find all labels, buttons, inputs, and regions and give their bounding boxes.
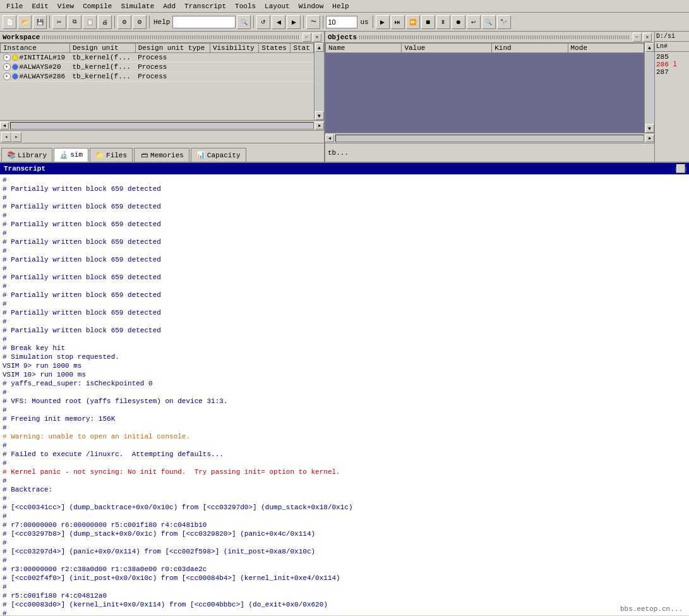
hscroll-right[interactable]: ► [315, 122, 324, 130]
design-unit-cell: tb_kernel(f... [70, 72, 136, 82]
transcript-line: # Simulation stop requested. [3, 353, 686, 361]
transcript-body[interactable]: ## Partially written block 659 detected#… [0, 174, 689, 615]
menu-compile[interactable]: Compile [79, 1, 116, 11]
menu-tools[interactable]: Tools [231, 1, 260, 11]
objects-table-area: Name Value Kind Mode [325, 43, 644, 133]
transcript-line: # [<cc002f4f0>] (init_post+0x0/0x10c) fr… [3, 574, 686, 583]
collapse-btn[interactable]: ◂ [1, 132, 11, 142]
instance-icon [12, 73, 18, 80]
transcript-resize[interactable]: ⋮⋮⋮ [676, 164, 685, 173]
design-unit-cell: tb_kernel(f... [70, 63, 136, 72]
hscroll-left[interactable]: ◄ [0, 122, 9, 130]
obj-vscroll-down[interactable]: ▼ [645, 124, 654, 133]
stop-button[interactable]: ⏹ [421, 15, 435, 29]
menu-window[interactable]: Window [295, 1, 328, 11]
obj-hscroll-right[interactable]: ► [645, 135, 654, 142]
tree-expand-icon[interactable]: + [3, 54, 11, 61]
workspace-close[interactable]: ✕ [313, 33, 321, 42]
workspace-minimize[interactable]: ← [303, 33, 311, 42]
step-over-button[interactable]: ⏩ [406, 15, 420, 29]
zoom-button[interactable]: 🔍 [482, 15, 496, 29]
back-button[interactable]: ◀ [272, 15, 285, 29]
save-button[interactable]: 💾 [33, 15, 47, 29]
menu-transcript[interactable]: Transcript [181, 1, 230, 11]
new-button[interactable]: 📄 [3, 15, 16, 29]
reset-button[interactable]: ↩ [467, 15, 481, 29]
obj-vscroll-track[interactable] [645, 52, 654, 124]
time-input[interactable] [326, 16, 357, 28]
instance-table: Instance Design unit Design unit type Vi… [0, 43, 314, 82]
states-cell [259, 53, 291, 63]
objects-close[interactable]: ✕ [643, 33, 652, 42]
table-row[interactable]: +#ALWAYS#286tb_kernel(f...Process [1, 72, 314, 82]
restart-button[interactable]: ↺ [256, 15, 270, 29]
menu-add[interactable]: Add [159, 1, 179, 11]
zoom2-button[interactable]: 🔭 [497, 15, 511, 29]
tree-expand-icon[interactable]: + [3, 73, 11, 80]
help-input[interactable] [172, 16, 236, 28]
menu-help[interactable]: Help [328, 1, 352, 11]
continue-button[interactable]: ⏺ [452, 15, 465, 29]
obj-hscroll-left[interactable]: ◄ [325, 135, 334, 142]
objects-minimize[interactable]: ← [633, 33, 642, 42]
compile-button[interactable]: ⚙ [117, 15, 131, 29]
menu-simulate[interactable]: Simulate [117, 1, 158, 11]
objects-vscroll[interactable]: ▲ ▼ [644, 43, 654, 133]
col-states: States [259, 44, 291, 53]
collapse-btn2[interactable]: ▸ [11, 132, 21, 142]
tree-expand-icon[interactable]: + [3, 63, 11, 71]
menu-layout[interactable]: Layout [261, 1, 294, 11]
tab-library-label: Library [18, 152, 47, 159]
memories-icon: 🗃 [140, 151, 148, 160]
tab-memories[interactable]: 🗃 Memories [134, 148, 189, 162]
sep7 [373, 16, 373, 28]
transcript-title: Transcript [4, 165, 45, 172]
vscroll-up[interactable]: ▲ [315, 43, 324, 52]
menu-edit[interactable]: Edit [28, 1, 52, 11]
print-button[interactable]: 🖨 [98, 15, 112, 29]
tab-files[interactable]: 📁 Files [90, 148, 133, 162]
objects-content: Name Value Kind Mode ▲ ▼ [325, 43, 654, 133]
hscroll-track[interactable] [10, 122, 314, 130]
help-search-button[interactable]: 🔍 [237, 15, 251, 29]
instance-table-scroll[interactable]: Instance Design unit Design unit type Vi… [0, 43, 314, 120]
transcript-line: # Partially written block 659 detected [3, 202, 686, 211]
table-row[interactable]: +#ALWAYS#20tb_kernel(f...Process [1, 63, 314, 72]
transcript-line: # Partially written block 659 detected [3, 308, 686, 317]
step-button[interactable]: ⏭ [391, 15, 405, 29]
wave-button[interactable]: 〜 [306, 15, 320, 29]
transcript-line: # [3, 556, 686, 565]
transcript-line: # [3, 423, 686, 432]
cut-button[interactable]: ✂ [52, 15, 66, 29]
workspace-titlebar: Workspace ← ✕ [0, 32, 324, 43]
transcript-line: # [3, 538, 686, 547]
stat-cell [291, 53, 314, 63]
workspace-vscroll[interactable]: ▲ ▼ [314, 43, 324, 120]
forward-button[interactable]: ▶ [287, 15, 301, 29]
open-button[interactable]: 📂 [18, 15, 32, 29]
obj-hscroll-track[interactable] [335, 135, 644, 142]
transcript-line: # [3, 246, 686, 255]
obj-col-value: Value [402, 44, 492, 53]
menu-file[interactable]: File [3, 1, 27, 11]
watermark: bbs.eetop.cn... [620, 605, 683, 613]
compile2-button[interactable]: ⚙ [133, 15, 147, 29]
col-instance: Instance [1, 44, 70, 53]
vscroll-down[interactable]: ▼ [315, 111, 324, 120]
obj-vscroll-up[interactable]: ▲ [645, 43, 654, 52]
objects-grippy [359, 35, 630, 39]
copy-button[interactable]: ⧉ [68, 15, 81, 29]
vscroll-track[interactable] [315, 52, 324, 111]
tab-sim[interactable]: 🔬 sim [54, 148, 88, 162]
tab-capacity[interactable]: 📊 Capacity [191, 148, 246, 162]
objects-controls: ← ✕ [633, 33, 652, 42]
stat-cell [291, 63, 314, 72]
run-button[interactable]: ▶ [376, 15, 390, 29]
table-row[interactable]: +#INITIAL#19tb_kernel(f...Process [1, 53, 314, 63]
break-button[interactable]: ⏸ [436, 15, 450, 29]
menu-view[interactable]: View [54, 1, 78, 11]
paste-button[interactable]: 📋 [83, 15, 97, 29]
tab-library[interactable]: 📚 Library [1, 148, 52, 162]
transcript-line: # Kernel panic - not syncing: No init fo… [3, 468, 686, 476]
transcript-line: # [3, 211, 686, 220]
